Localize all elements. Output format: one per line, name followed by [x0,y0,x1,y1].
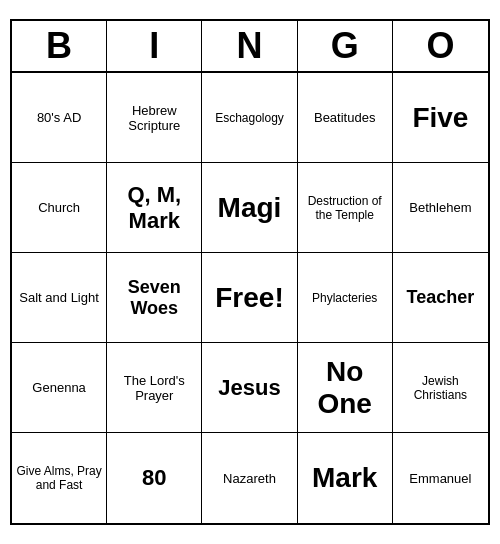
bingo-cell-10: Salt and Light [12,253,107,343]
bingo-cell-15: Genenna [12,343,107,433]
bingo-cell-23: Mark [298,433,393,523]
bingo-cell-6: Q, M, Mark [107,163,202,253]
bingo-grid: 80's ADHebrew ScriptureEschagologyBeatit… [12,73,488,523]
bingo-cell-24: Emmanuel [393,433,488,523]
bingo-card: B I N G O 80's ADHebrew ScriptureEschago… [10,19,490,525]
bingo-cell-4: Five [393,73,488,163]
bingo-header: B I N G O [12,21,488,73]
bingo-cell-12: Free! [202,253,297,343]
bingo-cell-0: 80's AD [12,73,107,163]
bingo-cell-17: Jesus [202,343,297,433]
bingo-cell-18: No One [298,343,393,433]
bingo-cell-7: Magi [202,163,297,253]
bingo-cell-2: Eschagology [202,73,297,163]
header-i: I [107,21,202,71]
bingo-cell-1: Hebrew Scripture [107,73,202,163]
bingo-cell-5: Church [12,163,107,253]
bingo-cell-3: Beatitudes [298,73,393,163]
bingo-cell-20: Give Alms, Pray and Fast [12,433,107,523]
header-n: N [202,21,297,71]
header-g: G [298,21,393,71]
bingo-cell-9: Bethlehem [393,163,488,253]
bingo-cell-13: Phylacteries [298,253,393,343]
bingo-cell-16: The Lord's Prayer [107,343,202,433]
bingo-cell-8: Destruction of the Temple [298,163,393,253]
header-o: O [393,21,488,71]
bingo-cell-22: Nazareth [202,433,297,523]
header-b: B [12,21,107,71]
bingo-cell-14: Teacher [393,253,488,343]
bingo-cell-19: Jewish Christians [393,343,488,433]
bingo-cell-21: 80 [107,433,202,523]
bingo-cell-11: Seven Woes [107,253,202,343]
